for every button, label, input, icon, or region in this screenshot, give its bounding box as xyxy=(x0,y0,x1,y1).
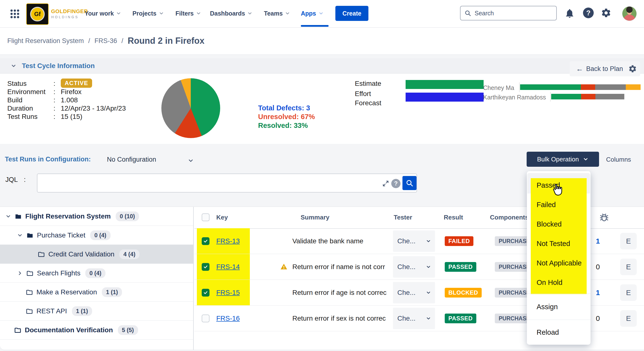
folder-outline-icon xyxy=(38,250,45,258)
unresolved-text: Unresolved: 67% xyxy=(258,113,315,121)
expand-icon[interactable] xyxy=(382,180,389,187)
create-button[interactable]: Create xyxy=(335,6,368,21)
tree-item-make-a-reservation[interactable]: Make a Reservation 1 (1) xyxy=(0,283,193,302)
nav-filters[interactable]: Filters xyxy=(176,0,201,27)
column-header-summary[interactable]: Summary xyxy=(300,214,330,221)
menu-divider xyxy=(527,294,590,294)
column-header-components[interactable]: Components xyxy=(490,214,528,221)
active-nav-underline xyxy=(301,25,328,27)
row-checkbox[interactable] xyxy=(202,237,210,245)
nav-projects[interactable]: Projects xyxy=(132,0,164,27)
tree-item-purchase-ticket[interactable]: Purchase Ticket 0 (4) xyxy=(0,226,193,245)
settings-gear-icon[interactable] xyxy=(601,8,612,18)
search-input[interactable] xyxy=(474,10,548,17)
nav-teams[interactable]: Teams xyxy=(264,0,290,27)
menu-item-blocked[interactable]: Blocked xyxy=(536,214,585,234)
breadcrumb-separator: / xyxy=(122,37,124,45)
nav-your-work[interactable]: Your work xyxy=(84,0,121,27)
status-badge: ACTIVE xyxy=(61,78,92,88)
testrun-key-link[interactable]: FRS-16 xyxy=(216,306,240,331)
bar-axis-tick xyxy=(550,92,551,102)
jql-search-button[interactable] xyxy=(402,176,416,190)
assignee-name: Cheney Ma xyxy=(483,84,514,92)
execute-button[interactable]: E xyxy=(620,259,637,275)
row-checkbox[interactable] xyxy=(202,289,210,296)
bug-icon xyxy=(598,211,610,223)
testrun-count-badge: 5 (5) xyxy=(118,325,138,335)
configuration-select[interactable]: No Configuration xyxy=(107,156,156,163)
menu-item-assign[interactable]: Assign xyxy=(536,297,585,316)
chevron-down-icon xyxy=(5,214,11,219)
tester-select[interactable]: Che... xyxy=(393,230,435,252)
menu-divider xyxy=(527,320,590,320)
tester-select[interactable]: Che... xyxy=(393,282,435,303)
logo-name: GOLDFINGER xyxy=(51,8,88,14)
test-suite-tree: Flight Reservation System 0 (10) Purchas… xyxy=(0,207,194,350)
menu-item-failed[interactable]: Failed xyxy=(536,195,585,214)
breadcrumb-issue-link[interactable]: FRS-36 xyxy=(94,37,117,45)
row-checkbox[interactable] xyxy=(202,314,210,322)
top-navigation-bar: Gf GOLDFINGER HOLDINGS Your work Project… xyxy=(0,0,644,28)
folder-outline-icon xyxy=(14,326,22,334)
field-label: Build xyxy=(7,96,51,104)
select-all-checkbox[interactable] xyxy=(202,214,210,221)
test-cycle-panel: Status : ACTIVE Environment : Firefox Bu… xyxy=(0,74,644,144)
nav-apps[interactable]: Apps xyxy=(301,0,324,27)
jql-input[interactable] xyxy=(37,174,417,192)
testrun-key-link[interactable]: FRS-15 xyxy=(216,280,240,305)
tree-item-documentation-verification[interactable]: Documentation Verification 5 (5) xyxy=(0,320,193,340)
execute-button[interactable]: E xyxy=(620,310,637,327)
chevron-down-icon[interactable] xyxy=(188,158,194,164)
nav-dashboards[interactable]: Dashboards xyxy=(210,0,252,27)
bulk-operation-button[interactable]: Bulk Operation xyxy=(526,152,599,167)
tree-item-search-flights[interactable]: Search Flights 0 (4) xyxy=(0,264,193,283)
field-colon: : xyxy=(54,104,56,112)
test-cycle-section-header[interactable]: Test Cycle Information xyxy=(0,58,644,74)
tree-item-rest-api[interactable]: REST API 1 (1) xyxy=(0,302,193,320)
testrun-summary: Validate the bank name xyxy=(292,228,363,254)
row-checkbox[interactable] xyxy=(202,263,210,271)
config-bar-label: Test Runs in Configuration: xyxy=(5,156,91,163)
result-badge: PASSED xyxy=(445,314,476,323)
jql-help-icon[interactable]: ? xyxy=(391,179,400,188)
notifications-bell-icon[interactable] xyxy=(564,8,575,19)
tester-select[interactable]: Che... xyxy=(393,308,435,329)
testrun-key-link[interactable]: FRS-14 xyxy=(216,254,240,280)
column-header-tester[interactable]: Tester xyxy=(394,214,412,221)
folder-outline-icon xyxy=(26,308,33,315)
back-to-plan-button[interactable]: ← Back to Plan xyxy=(570,61,630,76)
chevron-down-icon xyxy=(426,238,431,244)
menu-item-not-tested[interactable]: Not Tested xyxy=(536,234,585,253)
testrun-count-badge: 4 (4) xyxy=(119,250,140,259)
tree-item-credit-card-validation[interactable]: Credit Card Validation 4 (4) xyxy=(0,245,193,264)
execute-button[interactable]: E xyxy=(620,233,637,250)
chevron-down-icon xyxy=(116,11,121,16)
global-search[interactable] xyxy=(460,6,557,20)
menu-item-reload[interactable]: Reload xyxy=(536,322,585,342)
cycle-settings-gear-icon[interactable] xyxy=(625,61,640,76)
defect-count-link[interactable]: 1 xyxy=(590,228,605,254)
chevron-down-icon xyxy=(426,316,431,321)
column-header-key[interactable]: Key xyxy=(216,214,228,221)
breadcrumb-project-link[interactable]: Flight Reservation System xyxy=(7,37,84,45)
menu-item-on-hold[interactable]: On Hold xyxy=(536,273,585,292)
defect-count-link[interactable]: 1 xyxy=(590,280,605,305)
jql-label: JQL xyxy=(5,176,18,184)
menu-item-not-applicable[interactable]: Not Applicable xyxy=(536,253,585,273)
tree-item-flight-reservation-system[interactable]: Flight Reservation System 0 (10) xyxy=(0,207,193,226)
search-icon xyxy=(464,10,471,16)
tester-select[interactable]: Che... xyxy=(393,256,435,278)
execute-button[interactable]: E xyxy=(620,284,637,301)
effort-bar xyxy=(406,92,484,102)
chevron-down-icon xyxy=(583,156,588,162)
chevron-down-icon xyxy=(17,232,23,238)
user-avatar[interactable] xyxy=(622,6,637,21)
chevron-down-icon xyxy=(196,11,201,16)
app-switcher-icon[interactable] xyxy=(9,8,20,20)
column-header-result[interactable]: Result xyxy=(444,214,463,221)
help-icon[interactable]: ? xyxy=(583,8,594,18)
testrun-key-link[interactable]: FRS-13 xyxy=(216,228,240,254)
columns-button[interactable]: Columns xyxy=(606,156,631,163)
field-colon: : xyxy=(54,80,56,88)
company-logo[interactable]: Gf xyxy=(26,4,48,25)
